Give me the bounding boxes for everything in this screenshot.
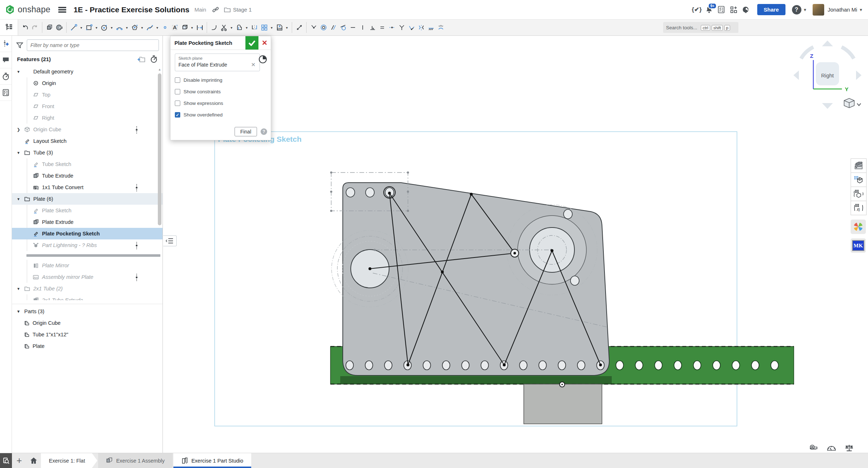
- undo-tool-icon[interactable]: [20, 22, 30, 33]
- checkbox-disable-imprinting[interactable]: Disable imprinting: [175, 77, 266, 83]
- apps-icon[interactable]: [728, 4, 740, 16]
- checklist-icon[interactable]: [0, 85, 12, 101]
- pierce-tool-icon[interactable]: [397, 22, 406, 33]
- tree-item-tube-extrude[interactable]: Tube Extrude: [12, 170, 163, 182]
- checkbox-box[interactable]: ✓: [175, 112, 180, 118]
- slot-tool-icon[interactable]: [180, 22, 189, 33]
- expander-icon[interactable]: ▼: [16, 197, 21, 201]
- dxf-tool-icon[interactable]: DXF: [274, 22, 284, 33]
- dropdown-caret-icon[interactable]: ▾: [79, 22, 84, 33]
- tool-search[interactable]: Search tools... ctrlshiftp: [663, 22, 738, 33]
- expander-icon[interactable]: ▼: [16, 287, 21, 291]
- add-folder-icon[interactable]: [138, 56, 145, 62]
- rect-tool-icon[interactable]: [84, 22, 94, 33]
- view-cube[interactable]: Right Z Y: [793, 41, 861, 109]
- checkbox-box[interactable]: [175, 101, 180, 106]
- lathe-tool-icon[interactable]: [54, 22, 64, 33]
- insert-plus-icon[interactable]: [0, 36, 12, 52]
- tree-item-layout-sketch[interactable]: Layout Sketch: [12, 135, 163, 147]
- mirror-tool-icon[interactable]: [249, 22, 259, 33]
- dropdown-caret-icon[interactable]: ▾: [189, 22, 195, 33]
- text-tool-icon[interactable]: A: [170, 22, 180, 33]
- tree-item-2x1-tube-extrude[interactable]: 2x1 Tube Extrude: [12, 294, 163, 300]
- comment-icon[interactable]: [0, 52, 12, 68]
- view-options-button[interactable]: [844, 98, 861, 108]
- view-cube-face-label[interactable]: Right: [821, 72, 834, 78]
- solid-tool-icon[interactable]: [45, 22, 54, 33]
- perpendicular-tool-icon[interactable]: [367, 22, 377, 33]
- expander-icon[interactable]: ❯: [16, 127, 21, 132]
- notifications-icon[interactable]: 9+: [703, 4, 715, 16]
- share-button[interactable]: Share: [757, 4, 785, 15]
- midpoint-tool-icon[interactable]: [387, 22, 397, 33]
- fix-tool-icon[interactable]: [426, 22, 436, 33]
- final-button[interactable]: Final: [235, 127, 257, 136]
- variables-icon[interactable]: x): [851, 201, 867, 215]
- tree-item-tube-3[interactable]: ▼Tube (3): [12, 147, 163, 158]
- line-tool-icon[interactable]: [69, 22, 79, 33]
- dropdown-caret-icon[interactable]: ▾: [94, 22, 99, 33]
- feature-filter-input[interactable]: [27, 39, 159, 51]
- appearance-swatches-icon[interactable]: [851, 158, 867, 173]
- doc-tab-exercise-1-assembly[interactable]: Exercise 1 Assembly: [98, 453, 173, 468]
- dialog-cancel-button[interactable]: ✕: [258, 36, 271, 50]
- doc-tab-exercise-1-flat[interactable]: Exercise 1: Flat: [41, 453, 97, 468]
- dropdown-caret-icon[interactable]: ▾: [109, 22, 114, 33]
- tree-item-plate-mirror[interactable]: Plate Mirror: [12, 260, 163, 271]
- part-item-plate[interactable]: Plate: [12, 340, 163, 352]
- dropdown-caret-icon[interactable]: ▾: [155, 22, 160, 33]
- dropdown-caret-icon[interactable]: ▾: [269, 22, 274, 33]
- tree-item-origin-cube[interactable]: ❯Origin Cube: [12, 124, 163, 135]
- tube-cross-section[interactable]: [524, 384, 602, 424]
- coincident-tool-icon[interactable]: [309, 22, 319, 33]
- tree-item-plate-pocketing-sketch[interactable]: Plate Pocketing Sketch: [12, 228, 163, 239]
- dialog-help-icon[interactable]: ?: [261, 128, 267, 135]
- curvature-tool-icon[interactable]: [406, 22, 416, 33]
- tree-item-tube-sketch[interactable]: Tube Sketch: [12, 158, 163, 170]
- tree-item-default-geometry[interactable]: ▼Default geometry: [12, 66, 163, 77]
- help-caret-icon[interactable]: ▼: [803, 8, 807, 12]
- point-tool-icon[interactable]: [160, 22, 170, 33]
- feature-tree-scrollbar[interactable]: ▲: [158, 68, 161, 299]
- tree-item-part-lightening-ribs[interactable]: Part Lightening - ? Ribs: [12, 239, 163, 251]
- measure-tool-icon[interactable]: [294, 22, 304, 33]
- tree-item-plate-sketch[interactable]: Plate Sketch: [12, 205, 163, 216]
- plate-part[interactable]: [332, 183, 609, 375]
- tree-item-front[interactable]: Front: [12, 101, 163, 112]
- rollback-bar[interactable]: [12, 251, 163, 260]
- checkbox-show-overdefined[interactable]: ✓Show overdefined: [175, 112, 266, 118]
- color-pinwheel-app-icon[interactable]: [851, 220, 866, 234]
- parts-header-row[interactable]: ▼ Parts (3): [12, 306, 163, 317]
- tree-item-top[interactable]: Top: [12, 89, 163, 101]
- expander-icon[interactable]: ▼: [16, 151, 21, 155]
- symmetric-tool-icon[interactable]: [416, 22, 426, 33]
- drag-handle-dots-icon[interactable]: [135, 126, 138, 134]
- expander-icon[interactable]: ▼: [16, 70, 21, 74]
- dialog-list-handle[interactable]: [163, 235, 177, 246]
- checkbox-box[interactable]: [175, 89, 180, 94]
- link-icon[interactable]: [212, 6, 219, 13]
- menu-icon[interactable]: [58, 7, 66, 13]
- concentric-tool-icon[interactable]: [319, 22, 328, 33]
- normal-tool-icon[interactable]: [436, 22, 446, 33]
- tree-item-plate-extrude[interactable]: Plate Extrude: [12, 216, 163, 228]
- tape-measure-icon[interactable]: [809, 444, 818, 452]
- history-icon[interactable]: [0, 68, 12, 85]
- fillet-tool-icon[interactable]: [209, 22, 219, 33]
- named-views-icon[interactable]: [851, 173, 867, 187]
- user-menu-caret-icon[interactable]: ▼: [859, 8, 863, 12]
- redo-tool-icon[interactable]: [30, 22, 40, 33]
- tree-item-origin[interactable]: Origin: [12, 77, 163, 89]
- tasks-icon[interactable]: [715, 4, 728, 16]
- arc-tool-icon[interactable]: [114, 22, 124, 33]
- learning-icon[interactable]: [740, 4, 752, 16]
- dropdown-caret-icon[interactable]: ▾: [244, 22, 249, 33]
- checkbox-box[interactable]: [175, 77, 180, 83]
- defer-update-icon[interactable]: [258, 55, 267, 64]
- sketch-plane-field[interactable]: Sketch plane Face of Plate Extrude ✕: [175, 54, 260, 71]
- tree-item-assembly-mirror-plate[interactable]: AmAssembly mirror Plate: [12, 271, 163, 283]
- tree-item-plate-6[interactable]: ▼Plate (6): [12, 193, 163, 205]
- clear-selection-icon[interactable]: ✕: [250, 61, 256, 68]
- configurations-icon[interactable]: [851, 187, 867, 201]
- tree-item-1x1-tube-convert[interactable]: 1x1 Tube Convert: [12, 182, 163, 193]
